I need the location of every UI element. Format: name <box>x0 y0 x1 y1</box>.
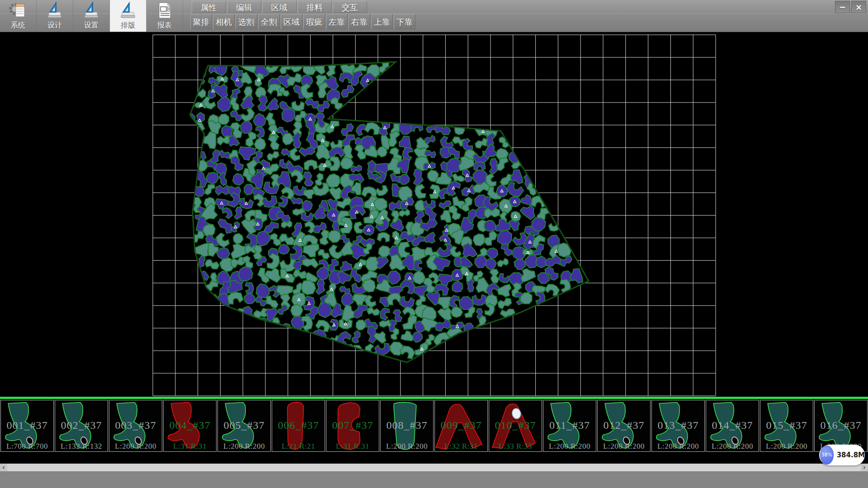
piece-thumbnail-010[interactable]: 010_#37L:33 R:33 <box>489 400 542 452</box>
piece-thumbnail-004[interactable]: 004_#37L:31 R:31 <box>163 400 217 452</box>
piece-id-label: 012_#37 <box>598 419 650 432</box>
piece-thumbnail-002[interactable]: 002_#37L:132 R:132 <box>55 400 108 452</box>
piece-thumbnail-007[interactable]: 007_#37L:31 R:31 <box>326 400 379 452</box>
piece-thumbnail-003[interactable]: 003_#37L:200 R:200 <box>109 400 162 452</box>
horizontal-scrollbar[interactable]: ‹ › <box>0 464 868 471</box>
app-mode-buttons: 系统设计设置排版报表 <box>0 0 183 32</box>
piece-id-label: 013_#37 <box>652 419 704 432</box>
piece-thumbnail-015[interactable]: 015_#37L:200 R:200 <box>760 400 813 452</box>
piece-counts-label: L:132 R:132 <box>55 442 108 451</box>
piece-thumbnail-008[interactable]: 008_#37L:200 R:200 <box>380 400 434 452</box>
tool-cut-selected[interactable]: 选割 <box>236 14 257 29</box>
tool-camera[interactable]: 相机 <box>213 14 235 29</box>
piece-counts-label: L:200 R:200 <box>218 442 270 451</box>
menu-tabs: 属性编辑区域排料交互 <box>192 1 368 13</box>
piece-thumbnail-001[interactable]: 001_#37L:700 R:700 <box>0 400 54 452</box>
tab-region[interactable]: 区域 <box>262 1 297 13</box>
piece-counts-label: L:200 R:200 <box>543 442 596 451</box>
piece-id-label: 005_#37 <box>218 419 270 432</box>
piece-counts-label: L:200 R:200 <box>760 442 813 451</box>
piece-counts-label: L:33 R:33 <box>489 442 542 451</box>
piece-id-label: 008_#37 <box>381 419 433 432</box>
piece-counts-label: L:200 R:200 <box>381 442 433 451</box>
piece-id-label: 004_#37 <box>164 419 216 432</box>
piece-id-label: 010_#37 <box>489 419 542 432</box>
nesting-canvas[interactable] <box>0 32 868 397</box>
piece-thumbnail-016[interactable]: 016_#37L:200 R:200 <box>814 400 868 452</box>
progress-percent-badge: 38% <box>820 446 834 465</box>
piece-id-label: 014_#37 <box>706 419 759 432</box>
tab-nesting[interactable]: 排料 <box>297 1 332 13</box>
app-button-label: 设置 <box>73 21 109 30</box>
piece-id-label: 003_#37 <box>109 419 162 432</box>
piece-id-label: 006_#37 <box>272 419 325 432</box>
window-controls: − × <box>834 1 866 13</box>
piece-counts-label: L:200 R:200 <box>706 442 759 451</box>
piece-id-label: 011_#37 <box>543 419 596 432</box>
status-bar <box>0 471 868 488</box>
ruler-icon <box>46 1 64 19</box>
nest-layout-drawing <box>0 32 868 397</box>
main-toolbar: 系统设计设置排版报表 属性编辑区域排料交互 聚排相机选割全割区域瑕疵左靠右靠上靠… <box>0 0 868 32</box>
tool-defect[interactable]: 瑕疵 <box>303 14 325 29</box>
piece-thumbnail-014[interactable]: 014_#37L:200 R:200 <box>706 400 759 452</box>
piece-id-label: 007_#37 <box>326 419 379 432</box>
tab-edit[interactable]: 编辑 <box>227 1 261 13</box>
piece-thumbnail-013[interactable]: 013_#37L:200 R:200 <box>651 400 705 452</box>
app-button-system[interactable]: 系统 <box>0 0 37 32</box>
app-button-report[interactable]: 报表 <box>146 0 183 32</box>
scroll-left-arrow[interactable]: ‹ <box>0 464 7 471</box>
close-button[interactable]: × <box>851 1 866 13</box>
app-button-label: 报表 <box>146 21 183 30</box>
minimize-button[interactable]: − <box>835 1 850 13</box>
memory-usage-badge: 38% 384.8M <box>819 445 865 465</box>
tool-cluster-nest[interactable]: 聚排 <box>190 14 212 29</box>
tool-align-right[interactable]: 右靠 <box>349 14 370 29</box>
app-button-label: 设计 <box>37 21 73 30</box>
piece-thumbnail-strip: 001_#37L:700 R:700002_#37L:132 R:132003_… <box>0 399 868 464</box>
piece-counts-label: L:21 R:21 <box>272 442 325 451</box>
ruler-icon <box>82 1 100 19</box>
ruler-icon <box>119 1 137 19</box>
piece-thumbnail-006[interactable]: 006_#37L:21 R:21 <box>272 400 325 452</box>
piece-counts-label: L:31 R:31 <box>326 442 379 451</box>
piece-counts-label: L:200 R:200 <box>109 442 162 451</box>
scroll-right-arrow[interactable]: › <box>861 464 868 471</box>
gear-document-icon <box>9 1 27 19</box>
piece-id-label: 009_#37 <box>435 419 487 432</box>
piece-id-label: 015_#37 <box>760 419 813 432</box>
tool-align-left[interactable]: 左靠 <box>326 14 348 29</box>
tool-region[interactable]: 区域 <box>281 14 302 29</box>
piece-id-label: 001_#37 <box>1 419 53 432</box>
piece-id-label: 002_#37 <box>55 419 108 432</box>
tool-align-top[interactable]: 上靠 <box>371 14 393 29</box>
piece-thumbnail-009[interactable]: 009_#37L:32 R:31 <box>434 400 488 452</box>
app-button-label: 系统 <box>0 21 36 30</box>
piece-counts-label: L:700 R:700 <box>1 442 53 451</box>
memory-value: 384.8M <box>837 451 865 459</box>
app-button-settings[interactable]: 设置 <box>73 0 110 32</box>
piece-counts-label: L:31 R:31 <box>164 442 216 451</box>
piece-counts-label: L:32 R:31 <box>435 442 487 451</box>
app-button-label: 排版 <box>110 21 146 30</box>
piece-thumbnail-005[interactable]: 005_#37L:200 R:200 <box>217 400 271 452</box>
tab-properties[interactable]: 属性 <box>192 1 226 13</box>
tool-buttons: 聚排相机选割全割区域瑕疵左靠右靠上靠下靠 <box>190 14 416 29</box>
piece-counts-label: L:200 R:200 <box>598 442 650 451</box>
tool-cut-all[interactable]: 全割 <box>258 14 280 29</box>
piece-thumbnail-012[interactable]: 012_#37L:200 R:200 <box>597 400 651 452</box>
report-icon <box>156 1 174 19</box>
piece-counts-label: L:200 R:200 <box>652 442 704 451</box>
app-button-layout[interactable]: 排版 <box>110 0 146 32</box>
tool-align-bottom[interactable]: 下靠 <box>394 14 415 29</box>
tab-interaction[interactable]: 交互 <box>333 1 367 13</box>
app-button-design[interactable]: 设计 <box>37 0 73 32</box>
piece-thumbnail-011[interactable]: 011_#37L:200 R:200 <box>543 400 596 452</box>
piece-id-label: 016_#37 <box>815 419 867 432</box>
